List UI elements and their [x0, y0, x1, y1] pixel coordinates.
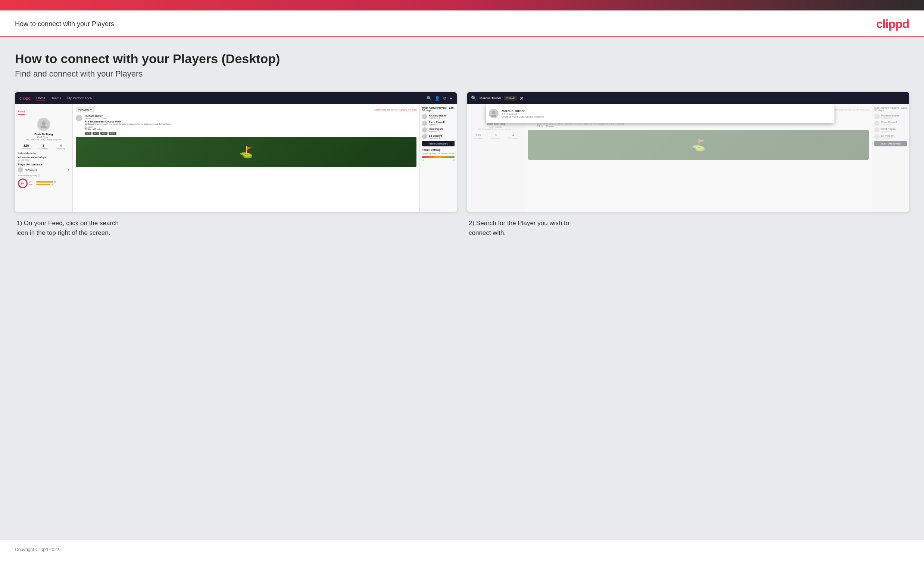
team-dashboard-btn-2: Team Dashboard	[874, 141, 907, 146]
player-perf-name: Eli Vincent	[24, 169, 66, 171]
stats-row-2: 129Activities 3Followers 4Following	[470, 133, 522, 139]
nav-teams[interactable]: Teams	[51, 96, 61, 100]
player-name-2: Hiral Pujara	[429, 128, 443, 130]
golf-image-1: ⛳	[76, 137, 416, 167]
avatar-1	[37, 118, 50, 131]
header: How to connect with your Players clippd	[0, 10, 924, 37]
team-heatmap-label: Team Heatmap	[422, 149, 455, 151]
player-list-item-1: Piers Parnell Activities: 4	[422, 120, 455, 126]
screenshot-2-frame: clippd Home Teams My Performance 🔍 👤 ⚙	[467, 92, 909, 212]
tag-arg: ARG	[100, 132, 107, 135]
stat-followers: 3 Followers	[39, 144, 48, 150]
search-bar: 🔍 Marcus Turner CLEAR ✕	[467, 92, 909, 104]
profile-name: Blair McHarg	[18, 133, 70, 136]
settings-icon[interactable]: ⚙	[443, 96, 447, 101]
heatmap-subtitle: Player Quality · 20 Round Trend	[422, 153, 455, 154]
team-dashboard-btn[interactable]: Team Dashboard	[422, 141, 455, 146]
stat-followers-label: Followers	[39, 148, 48, 150]
svg-point-2	[492, 111, 495, 114]
screenshot-2-block: clippd Home Teams My Performance 🔍 👤 ⚙	[467, 92, 909, 237]
copyright: Copyright Clippd 2022	[15, 547, 59, 552]
hero-title: How to connect with your Players (Deskto…	[15, 52, 909, 66]
player-list-item-0: Richard Butler Activities: 7	[422, 114, 455, 119]
search-result-handicap: 1.5 Handicap	[502, 113, 544, 115]
app-content-1: Feed Blair McHarg Golf Coach Mill Ride G…	[15, 104, 457, 212]
nav-my-performance[interactable]: My Performance	[67, 96, 92, 100]
nav-icons: 🔍 👤 ⚙ ●	[427, 96, 452, 101]
app-val: 70	[51, 183, 53, 185]
player-acts-0: Activities: 7	[429, 117, 447, 119]
active-players-title-2: Most Active Players - Last 30 days	[874, 106, 907, 112]
activity-item: Richard Butler Yesterday · The Grove Pre…	[76, 115, 416, 135]
total-quality-label: Total Player Quality ⓘ	[18, 174, 70, 177]
search-icon[interactable]: 🔍	[427, 96, 432, 101]
main-content: How to connect with your Players (Deskto…	[0, 37, 924, 540]
activity-meta: Yesterday · The Grove	[85, 117, 416, 120]
search-close-btn[interactable]: ✕	[519, 95, 524, 101]
active-players-title: Most Active Players - Last 30 days	[422, 106, 455, 112]
logo: clippd	[876, 17, 909, 31]
left-panel-1: Feed Blair McHarg Golf Coach Mill Ride G…	[15, 104, 73, 212]
search-dropdown: Marcus Turner 1.5 Handicap Cypress Point…	[486, 104, 835, 123]
activity-avatar	[76, 115, 83, 121]
activity-desc: Walking the course with my coach to buil…	[85, 123, 416, 125]
page-title: How to connect with your Players	[15, 20, 114, 28]
tag-app: APP	[92, 132, 99, 135]
player-list-item-2: Hiral Pujara Activities: 3	[422, 127, 455, 133]
activity-body: Richard Butler Yesterday · The Grove Pre…	[85, 115, 416, 135]
screenshot-1-block: clippd Home Teams My Performance 🔍 👤 ⚙ ●	[15, 92, 457, 237]
search-clear-btn[interactable]: CLEAR	[504, 96, 516, 101]
stat-activities: 129 Activities	[22, 144, 31, 150]
app-navbar-1: clippd Home Teams My Performance 🔍 👤 ⚙ ●	[15, 92, 457, 104]
player-avatar-3	[422, 134, 427, 139]
feed-tab[interactable]: Feed	[18, 110, 24, 115]
stat-following: 4 Following	[56, 144, 65, 150]
player-avatar-0	[422, 114, 427, 119]
player-avatar-2	[422, 127, 427, 133]
golfer-icon: ⛳	[239, 146, 253, 159]
center-panel-1: Following ▾ Control who can see your act…	[73, 104, 419, 212]
ott-label: OTT	[29, 181, 36, 183]
profile-role-2: Golf Coach	[470, 125, 522, 128]
golf-image-2: ⛳	[528, 130, 869, 160]
profile-club: Mill Ride Golf Club, United Kingdom	[18, 138, 70, 141]
app-label: APP	[29, 183, 36, 185]
stat-followers-num: 3	[39, 144, 48, 148]
profile-card: Blair McHarg Golf Coach Mill Ride Golf C…	[18, 118, 70, 141]
svg-point-1	[40, 125, 47, 128]
svg-point-0	[42, 121, 45, 125]
following-btn[interactable]: Following ▾	[76, 107, 94, 112]
player-list-item-3: Eli Vincent Activities: 1	[422, 134, 455, 139]
player-avatar-1	[422, 120, 427, 126]
tag-putt: PUTT	[108, 132, 117, 135]
activity-title: Pre Tournament Course Walk	[85, 120, 416, 123]
golfer-icon-2: ⛳	[691, 138, 705, 152]
footer: Copyright Clippd 2022	[0, 540, 924, 559]
stat-activities-num: 129	[22, 144, 31, 148]
player-acts-2: Activities: 3	[429, 130, 443, 133]
tag-ott: OTT	[85, 132, 91, 135]
dropdown-arrow[interactable]: ▾	[68, 169, 70, 171]
app-bar	[36, 184, 50, 185]
app-logo-1: clippd	[19, 96, 30, 101]
avatar-icon[interactable]: ●	[450, 96, 452, 101]
top-bar	[0, 0, 924, 10]
stat-activities-label: Activities	[22, 148, 31, 150]
search-text[interactable]: Marcus Turner	[479, 96, 501, 100]
search-bar-icon: 🔍	[471, 96, 477, 101]
caption-2: 2) Search for the Player you wish toconn…	[467, 218, 909, 237]
control-link[interactable]: Control who can see your activity and da…	[374, 109, 416, 111]
player-performance-label: Player Performance	[18, 163, 70, 166]
ott-bar-row: OTT 79	[29, 181, 70, 183]
screenshots-row: clippd Home Teams My Performance 🔍 👤 ⚙ ●	[15, 92, 909, 237]
nav-home[interactable]: Home	[36, 96, 45, 101]
app-bar-row: APP 70	[29, 183, 70, 185]
user-icon[interactable]: 👤	[435, 96, 440, 101]
latest-activity-label: Latest Activity	[18, 152, 70, 154]
following-row: Following ▾ Control who can see your act…	[76, 107, 416, 112]
ott-val: 79	[54, 181, 56, 183]
player-perf-avatar	[18, 167, 23, 172]
search-result-item[interactable]: Marcus Turner 1.5 Handicap Cypress Point…	[489, 107, 832, 120]
svg-point-3	[491, 115, 496, 117]
caption-1: 1) On your Feed, click on the searchicon…	[15, 218, 457, 237]
